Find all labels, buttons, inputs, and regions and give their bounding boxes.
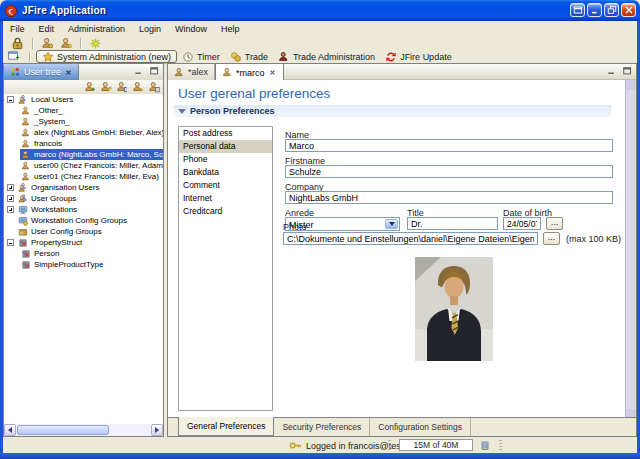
tree-item-local-users[interactable]: Local Users (4, 94, 163, 105)
perspective-timer[interactable]: Timer (177, 50, 225, 63)
bottom-tab-configuration-settings[interactable]: Configuration Settings (370, 418, 471, 436)
tree-item-user-config-groups[interactable]: User Config Groups (4, 226, 163, 237)
main-toolbar (3, 36, 637, 50)
date-browse-button[interactable]: ... (546, 217, 563, 230)
scrollbar-thumb[interactable] (17, 425, 109, 435)
user-refresh-icon[interactable] (116, 81, 128, 93)
category-creditcard[interactable]: Creditcard (179, 205, 272, 218)
tree-item-marco-nightlabs-gmbh-marco-schulze[interactable]: marco (NightLabs GmbH: Marco, Schulze) (4, 149, 163, 160)
tree-item-propertystruct[interactable]: PropertyStruct (4, 237, 163, 248)
expand-icon[interactable] (7, 206, 14, 213)
garbage-collect-button[interactable] (477, 438, 493, 452)
perspective-jfire-update[interactable]: JFire Update (380, 50, 457, 63)
toolbar-separator (80, 38, 82, 49)
menu-login[interactable]: Login (132, 23, 168, 35)
lock-button[interactable] (7, 36, 28, 50)
tree-item-user01-chez-francois-miller-eva[interactable]: user01 (Chez Francois: Miller, Eva) (4, 171, 163, 182)
perspective-label: System Administration (new) (57, 52, 171, 62)
editor-minimize-icon[interactable] (607, 66, 618, 77)
menu-window[interactable]: Window (168, 23, 214, 35)
perspective-trade-administration[interactable]: Trade Administration (273, 50, 380, 63)
photo-path-input[interactable] (283, 232, 538, 245)
view-toolbar (4, 80, 163, 94)
menu-edit[interactable]: Edit (32, 23, 62, 35)
collapse-icon[interactable] (7, 96, 14, 103)
star-gold-icon (42, 51, 54, 63)
tree-item-alex-nightlabs-gmbh-bieber-alex[interactable]: alex (NightLabs GmbH: Bieber, Alex) (4, 127, 163, 138)
panel-maximizemax-icon[interactable] (149, 66, 160, 77)
editor-area: *alex*marco User gerenal preferences Per… (167, 63, 637, 437)
user-list-icon[interactable] (148, 81, 160, 93)
user-link-icon[interactable] (132, 81, 144, 93)
twistie-icon[interactable] (178, 109, 186, 114)
restore-button[interactable] (604, 3, 619, 17)
category-bankdata[interactable]: Bankdata (179, 166, 272, 179)
close-tab-icon[interactable] (64, 68, 73, 77)
menu-help[interactable]: Help (214, 23, 247, 35)
date-of-birth-input[interactable] (503, 217, 541, 230)
photo-size-note: (max 100 KB) (566, 234, 621, 244)
user-add-icon[interactable] (84, 81, 96, 93)
window-menu-button[interactable] (570, 3, 585, 17)
category-internet[interactable]: Internet (179, 192, 272, 205)
perspective-system-administration-new[interactable]: System Administration (new) (36, 50, 177, 63)
category-phone[interactable]: Phone (179, 153, 272, 166)
editor-maximize-icon[interactable] (622, 66, 633, 77)
scroll-up-arrow-icon[interactable] (626, 80, 636, 90)
menu-administration[interactable]: Administration (61, 23, 132, 35)
bottom-tab-security-preferences[interactable]: Security Preferences (274, 418, 370, 436)
perspective-trade[interactable]: Trade (225, 50, 273, 63)
bottom-tab-general-preferences[interactable]: General Preferences (178, 417, 274, 436)
tab-user-tree[interactable]: User tree (4, 64, 79, 80)
star-burst-button[interactable] (86, 36, 105, 50)
photo-browse-button[interactable]: ... (543, 232, 560, 245)
scroll-right-arrow-icon[interactable] (151, 424, 163, 436)
tree-item-workstations[interactable]: Workstations (4, 204, 163, 215)
tree-item-system[interactable]: _System_ (4, 116, 163, 127)
combo-arrow-icon[interactable] (385, 219, 398, 229)
section-person-preferences[interactable]: Person Preferences (174, 105, 611, 117)
menu-file[interactable]: File (3, 23, 32, 35)
user-icon (21, 128, 31, 138)
perspective-label: Trade (245, 52, 268, 62)
tree-item-user00-chez-francois-miller-adam[interactable]: user00 (Chez Francois: Miller, Adam) (4, 160, 163, 171)
tree-item-francois[interactable]: francois (4, 138, 163, 149)
title-bar[interactable]: JFire Application (0, 0, 640, 21)
page-title: User gerenal preferences (178, 86, 330, 101)
tree-item-person[interactable]: Person (4, 248, 163, 259)
user-star-button[interactable] (57, 36, 76, 50)
tree-item-simpleproducttype[interactable]: SimpleProductType (4, 259, 163, 270)
editor-tab-marco[interactable]: *marco (215, 64, 284, 81)
name-input[interactable] (285, 139, 613, 152)
close-button[interactable] (621, 3, 636, 17)
perspective-label: Trade Administration (293, 52, 375, 62)
drag-grip[interactable] (388, 440, 391, 451)
horizontal-scrollbar[interactable] (4, 424, 163, 436)
scroll-left-arrow-icon[interactable] (4, 424, 16, 436)
tree-item-organisation-users[interactable]: Organisation Users (4, 182, 163, 193)
user-key-button[interactable] (38, 36, 57, 50)
open-perspective-button[interactable] (7, 49, 20, 64)
category-post-address[interactable]: Post address (179, 127, 272, 140)
category-personal-data[interactable]: Personal data (179, 140, 272, 153)
perspective-label: JFire Update (400, 52, 452, 62)
tree-item-workstation-config-groups[interactable]: Workstation Config Groups (4, 215, 163, 226)
editor-tab-alex[interactable]: *alex (168, 64, 215, 80)
expand-icon[interactable] (7, 184, 14, 191)
user-edit-icon[interactable] (100, 81, 112, 93)
company-input[interactable] (285, 191, 613, 204)
collapse-icon[interactable] (7, 239, 14, 246)
category-comment[interactable]: Comment (179, 179, 272, 192)
tree-item-label: _System_ (34, 117, 70, 126)
tree-item-other[interactable]: _Other_ (4, 105, 163, 116)
close-tab-icon[interactable] (268, 68, 277, 77)
expand-icon[interactable] (7, 195, 14, 202)
minimize-button[interactable] (587, 3, 602, 17)
panel-minimizemin-icon[interactable] (134, 66, 145, 77)
firstname-input[interactable] (285, 165, 613, 178)
vertical-scrollbar[interactable] (625, 80, 636, 419)
tree-item-user-groups[interactable]: User Groups (4, 193, 163, 204)
title-input[interactable] (407, 217, 498, 230)
tree-item-label: _Other_ (34, 106, 63, 115)
drag-grip[interactable] (499, 440, 502, 451)
